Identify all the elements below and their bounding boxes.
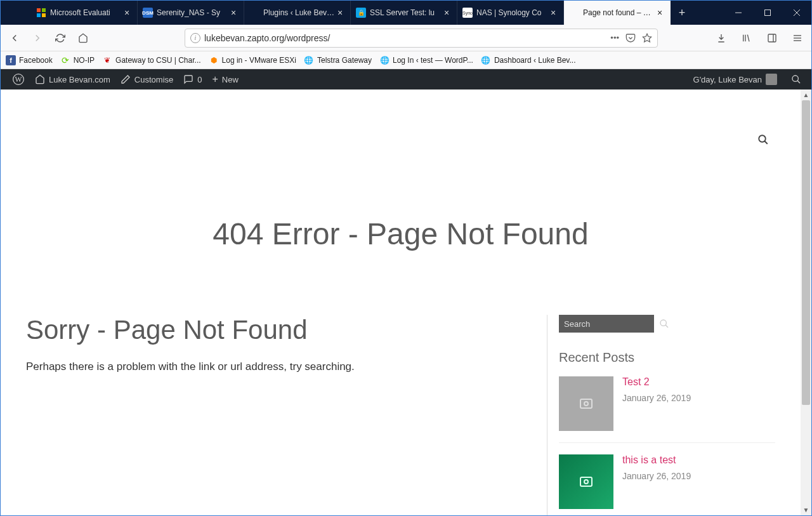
tab-label: Serenity_NAS - Sy [157, 8, 228, 17]
wp-customise[interactable]: Customise [115, 69, 178, 89]
wp-new-label: New [222, 75, 239, 84]
bookmark-csu[interactable]: ❦Gateway to CSU | Char... [102, 55, 201, 65]
browser-tab[interactable]: Microsoft Evaluati × [31, 1, 138, 25]
back-button[interactable] [4, 28, 25, 48]
reload-button[interactable] [50, 28, 70, 48]
wp-greeting-text: G'day, Luke Bevan [693, 75, 762, 84]
wp-logo[interactable]: W [7, 69, 30, 89]
facebook-icon: f [6, 55, 16, 65]
search-submit-icon[interactable] [659, 319, 669, 329]
svg-rect-3 [42, 13, 46, 17]
wp-admin-bar: W Luke Bevan.com Customise 0 +New G'day,… [1, 69, 811, 89]
error-title: 404 Error - Page Not Found [26, 216, 775, 251]
browser-tab-active[interactable]: Page not found – Luke × [564, 1, 671, 25]
browser-tab[interactable]: DSM Serenity_NAS - Sy × [138, 1, 244, 25]
tab-close-icon[interactable]: × [548, 8, 558, 18]
maximize-button[interactable] [753, 1, 782, 25]
recent-post-item: this is a test January 26, 2019 [559, 454, 775, 515]
tab-label: SSL Server Test: lu [370, 8, 442, 17]
bookmark-dashboard[interactable]: 🌐Dashboard ‹ Luke Bev... [481, 55, 576, 65]
tab-close-icon[interactable]: × [335, 8, 345, 18]
search-input[interactable] [559, 315, 654, 333]
wp-search-icon[interactable] [787, 70, 805, 88]
bookmark-label: Telstra Gateway [317, 56, 372, 65]
tab-close-icon[interactable]: × [122, 8, 132, 18]
vmware-icon: ⬢ [209, 55, 219, 65]
favicon-dsm: DSM [143, 8, 153, 18]
tab-label: Plugins ‹ Luke Bevan.c [263, 8, 335, 17]
menu-button[interactable] [787, 28, 808, 48]
svg-rect-5 [765, 10, 771, 16]
bookmark-telstra[interactable]: 🌐Telstra Gateway [304, 55, 372, 65]
svg-line-24 [665, 325, 668, 327]
bookmark-label: Log in - VMware ESXi [222, 56, 296, 65]
bookmark-label: Log In ‹ test — WordP... [393, 56, 473, 65]
bookmark-label: Facebook [19, 56, 53, 65]
recent-posts-title: Recent Posts [559, 350, 775, 365]
svg-point-26 [584, 402, 588, 406]
post-thumbnail[interactable] [559, 454, 613, 509]
downloads-button[interactable] [711, 28, 731, 48]
favicon-wordpress [249, 8, 259, 18]
new-tab-button[interactable]: + [671, 1, 693, 25]
sidebar-button[interactable] [762, 28, 782, 48]
bookmark-wplogin[interactable]: 🌐Log In ‹ test — WordP... [379, 55, 473, 65]
browser-tab[interactable]: Plugins ‹ Luke Bevan.c × [244, 1, 351, 25]
post-thumbnail[interactable] [559, 376, 613, 431]
page-actions-icon[interactable]: ••• [610, 33, 619, 43]
globe-icon: 🌐 [481, 55, 491, 65]
tab-close-icon[interactable]: × [442, 8, 452, 18]
favicon-synology: Syno [462, 8, 473, 18]
close-button[interactable] [782, 1, 811, 25]
svg-rect-2 [37, 13, 41, 17]
noip-icon: ⟳ [60, 55, 70, 65]
bookmark-vmware[interactable]: ⬢Log in - VMware ESXi [209, 55, 296, 65]
post-title-link[interactable]: this is a test [622, 454, 691, 466]
post-date: January 26, 2019 [622, 471, 691, 481]
globe-icon: 🌐 [379, 55, 390, 65]
scroll-up-arrow[interactable]: ▲ [801, 89, 811, 100]
page-search-icon[interactable] [757, 134, 769, 145]
tab-label: Microsoft Evaluati [50, 8, 122, 17]
wp-site-link[interactable]: Luke Bevan.com [30, 69, 115, 89]
scroll-down-arrow[interactable]: ▼ [801, 505, 811, 515]
favicon-microsoft [36, 8, 46, 18]
forward-button[interactable] [27, 28, 48, 48]
wp-site-label: Luke Bevan.com [49, 75, 110, 84]
wp-comments[interactable]: 0 [178, 69, 207, 89]
svg-point-19 [792, 76, 798, 81]
tab-close-icon[interactable]: × [228, 8, 239, 18]
site-info-icon[interactable]: i [190, 33, 200, 43]
sidebar: Recent Posts Test 2 January 26, 2019 thi… [547, 315, 775, 515]
vertical-scrollbar[interactable]: ▲ ▼ [801, 89, 811, 515]
scroll-track[interactable] [801, 100, 811, 505]
post-date: January 26, 2019 [622, 393, 691, 403]
wp-user-greeting[interactable]: G'day, Luke Bevan [688, 74, 782, 85]
bookmark-label: Gateway to CSU | Char... [115, 56, 201, 65]
scroll-thumb[interactable] [802, 100, 810, 405]
svg-marker-8 [643, 34, 651, 42]
browser-tab[interactable]: Syno NAS | Synology Co × [457, 1, 564, 25]
browser-titlebar: Microsoft Evaluati × DSM Serenity_NAS - … [1, 1, 811, 25]
bookmark-facebook[interactable]: fFacebook [6, 55, 53, 65]
sorry-title: Sorry - Page Not Found [26, 315, 528, 345]
bookmark-noip[interactable]: ⟳NO-IP [60, 55, 95, 65]
wp-new[interactable]: +New [207, 69, 244, 89]
browser-tab[interactable]: 🔒 SSL Server Test: lu × [351, 1, 457, 25]
favicon-ssl: 🔒 [356, 8, 366, 18]
pocket-icon[interactable] [625, 33, 636, 43]
home-button[interactable] [73, 28, 93, 48]
url-text: lukebevan.zapto.org/wordpress/ [204, 33, 610, 43]
svg-rect-12 [768, 34, 776, 42]
minimize-button[interactable] [724, 1, 753, 25]
url-bar[interactable]: i lukebevan.zapto.org/wordpress/ ••• [185, 29, 658, 48]
tab-label: Page not found – Luke [583, 8, 655, 17]
svg-rect-25 [580, 399, 592, 408]
window-controls [724, 1, 811, 25]
wp-comments-count: 0 [197, 75, 202, 84]
library-button[interactable] [737, 28, 757, 48]
svg-rect-0 [37, 8, 41, 12]
tab-close-icon[interactable]: × [655, 8, 665, 18]
bookmark-star-icon[interactable] [642, 33, 652, 43]
post-title-link[interactable]: Test 2 [622, 376, 691, 388]
